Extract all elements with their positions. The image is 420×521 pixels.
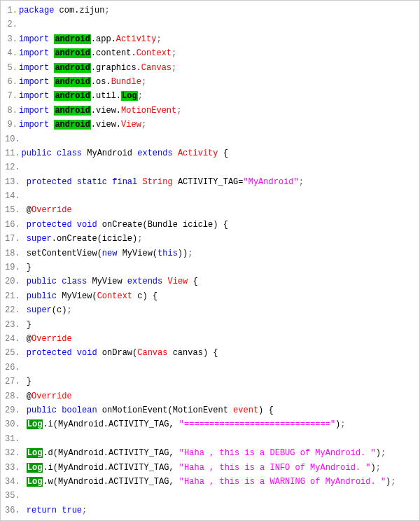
line-number: 9. [5,118,18,132]
code-token: import [19,120,49,130]
code-token: .d(MyAndroid.ACTIVITY_TAG, [43,448,178,458]
code-token: ; [141,120,146,130]
code-token [22,348,27,358]
line-number: 28. [5,389,20,403]
code-line: 10. [5,132,415,146]
code-line: 2. [5,18,415,32]
code-token: onMotionEvent(MotionEvent [97,405,233,415]
line-number: 17. [5,232,20,246]
code-token [22,305,27,315]
line-number: 11. [5,146,20,160]
line-number: 19. [5,260,20,275]
code-token: .content. [91,48,136,58]
code-token: } [22,320,31,330]
code-token: ; [156,34,161,44]
code-token [22,448,27,458]
code-token [22,477,27,487]
code-token [72,177,77,187]
code-token: MyAndroid [82,148,137,158]
code-token: true [62,506,82,515]
line-number: 2. [5,18,18,32]
code-token: .util. [91,91,121,101]
code-token: Override [31,205,72,215]
line-number: 25. [5,346,20,360]
code-token: ) { [258,405,274,415]
code-token: Context [97,291,132,301]
code-token [22,291,27,301]
code-token: String [142,177,172,187]
code-token: protected [27,348,72,358]
code-token: android [54,34,90,44]
line-number: 4. [5,46,18,60]
code-token [22,463,27,473]
code-token: return [27,506,57,515]
code-token [22,277,27,286]
code-line: 30. Log.i(MyAndroid.ACTIVITY_TAG, "=====… [5,417,415,431]
code-line: 27. } [5,375,415,389]
line-number: 36. [5,503,20,517]
code-line: 29. public boolean onMotionEvent(MotionE… [5,403,415,417]
code-token: new [102,249,118,258]
code-token: ; [381,448,386,458]
code-token: protected [27,177,72,187]
code-token: Activity [178,148,218,158]
code-token: onDraw( [97,348,138,358]
code-token: @ [22,205,31,215]
line-number: 8. [5,104,18,118]
code-token: ; [376,463,381,473]
line-number: 15. [5,203,20,217]
code-token: ; [391,477,396,487]
code-token: void [77,220,97,230]
code-line: 31. [5,432,415,446]
code-line: 35. [5,489,415,503]
code-token: public [27,277,57,286]
line-number: 18. [5,246,20,260]
line-number: 31. [5,432,20,446]
code-token: public [27,291,57,301]
code-token: android [54,63,90,73]
code-token: final [112,177,137,187]
code-token: public [22,148,52,158]
line-number: 23. [5,318,20,332]
code-line: 18. setContentView(new MyView(this)); [5,246,415,260]
code-token: Context [136,48,172,58]
code-token: Log [27,419,43,429]
code-line: 32. Log.d(MyAndroid.ACTIVITY_TAG, "Haha … [5,446,415,460]
code-line: 4.import android.content.Context; [5,46,415,60]
code-token [22,419,27,429]
code-token: ; [188,249,192,258]
line-number: 5. [5,61,18,75]
code-token: "Haha , this is a WARNING of MyAndroid. … [179,477,386,487]
code-token: public [27,405,57,415]
code-token: import [19,91,49,101]
code-token: import [19,63,49,73]
code-token: setContentView( [22,249,102,258]
code-token: android [54,106,90,116]
line-number: 10. [5,132,20,146]
code-token: ; [172,48,176,58]
code-token: ; [82,506,87,515]
code-token [22,506,27,515]
code-line: 22. super(c); [5,303,415,317]
code-token: View [121,120,141,130]
code-token: MyView( [57,291,97,301]
code-token: .os. [91,77,111,87]
line-number: 6. [5,75,18,89]
code-token: ; [141,77,146,87]
code-token: Canvas [141,63,172,73]
code-token: onCreate(Bundle icicle) { [97,220,228,230]
code-line: 7.import android.util.Log; [5,89,415,103]
line-number: 34. [5,475,20,489]
code-token: import [19,34,49,44]
code-token: MyView [87,277,127,286]
code-line: 14. [5,189,415,203]
code-token: void [77,348,97,358]
code-token: )) [178,249,188,258]
line-number: 27. [5,375,20,389]
code-token: Log [27,477,43,487]
code-token: event [233,405,258,415]
code-token: class [57,148,82,158]
line-number: 3. [5,32,18,46]
code-token: @ [22,391,31,401]
code-line: 28. @Override [5,389,415,403]
